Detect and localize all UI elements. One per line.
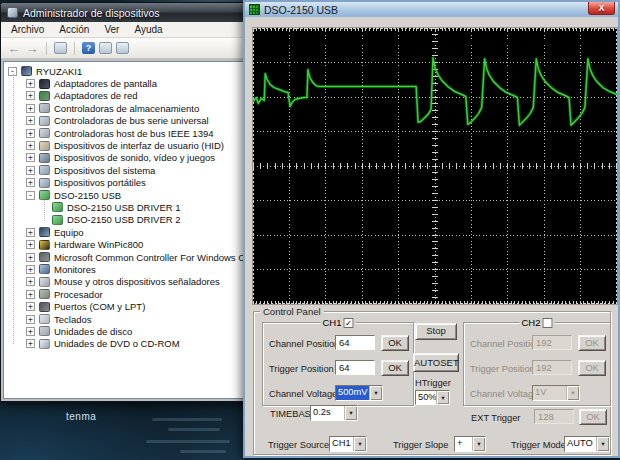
tree-item-label: Teclados: [54, 314, 92, 325]
tree-item[interactable]: +Puertos (COM y LPT): [4, 300, 250, 312]
dropdown-arrow-icon[interactable]: ▼: [472, 437, 485, 451]
tree-item[interactable]: +Controladoras de bus serie universal: [4, 115, 250, 127]
tree-item[interactable]: -DSO-2150 USB: [4, 189, 250, 201]
collapse-icon[interactable]: -: [26, 191, 35, 200]
expand-icon[interactable]: +: [26, 228, 35, 237]
menu-item-accin[interactable]: Acción: [59, 24, 89, 35]
tree-item[interactable]: +Dispositivos de interfaz de usuario (HI…: [4, 139, 250, 151]
trigger-source-select[interactable]: CH1 ▼: [329, 436, 367, 452]
tree-item[interactable]: +Unidades de DVD o CD-ROM: [4, 338, 250, 350]
ch1-trigger-position-input[interactable]: 64: [335, 360, 375, 375]
tree-item[interactable]: +Adaptadores de pantalla: [4, 77, 250, 89]
tree-item[interactable]: +Teclados: [4, 313, 250, 325]
htrigger-select[interactable]: 50% ▼: [415, 390, 450, 405]
dropdown-arrow-icon[interactable]: ▼: [596, 437, 609, 451]
device-icon: [39, 240, 50, 250]
expand-icon[interactable]: +: [26, 166, 35, 175]
device-icon: [39, 289, 50, 299]
forward-arrow-icon[interactable]: →: [25, 42, 39, 55]
tree-item-label: DSO-2150 USB DRIVER 1: [67, 202, 181, 213]
ch1-checkbox[interactable]: ✓: [344, 318, 354, 328]
tree-item[interactable]: +Mouse y otros dispositivos señaladores: [4, 276, 250, 288]
tree-item-label: Microsoft Common Controller For Windows …: [54, 252, 251, 263]
help-icon[interactable]: ?: [82, 42, 95, 54]
console-window-icon[interactable]: [54, 42, 67, 54]
tree-connector: [44, 200, 45, 221]
trigger-slope-select[interactable]: + ▼: [454, 436, 486, 452]
ch2-trigger-position-label: Trigger Position: [470, 364, 535, 374]
tree-item-label: Controladoras de almacenamiento: [54, 103, 199, 114]
expand-icon[interactable]: +: [26, 339, 35, 348]
dso-titlebar[interactable]: DSO-2150 USB: [245, 2, 618, 17]
properties-icon[interactable]: [99, 42, 112, 54]
expand-icon[interactable]: +: [26, 79, 35, 88]
tree-item[interactable]: +Dispositivos portátiles: [4, 177, 250, 189]
ch1-trigger-position-label: Trigger Position: [269, 364, 334, 374]
tree-item[interactable]: +Microsoft Common Controller For Windows…: [4, 251, 250, 263]
expand-icon[interactable]: +: [26, 141, 35, 150]
timebase-select[interactable]: 0.2s ▼: [310, 405, 358, 421]
scan-hardware-icon[interactable]: [116, 42, 129, 54]
expand-icon[interactable]: +: [26, 116, 35, 125]
tree-item[interactable]: +Dispositivos del sistema: [4, 164, 250, 176]
window-title: Administrador de dispositivos: [23, 7, 160, 19]
ch1-channel-position-input[interactable]: 64: [335, 335, 375, 350]
tree-item[interactable]: +Monitores: [4, 263, 250, 275]
tree-item[interactable]: DSO-2150 USB DRIVER 1: [4, 201, 250, 213]
trigger-mode-label: Trigger Mode: [511, 440, 566, 450]
expand-icon[interactable]: +: [26, 178, 35, 187]
expand-icon[interactable]: +: [26, 327, 35, 336]
tree-item[interactable]: +Controladoras host de bus IEEE 1394: [4, 127, 250, 139]
menu-item-ayuda[interactable]: Ayuda: [134, 24, 162, 35]
tree-item[interactable]: +Dispositivos de sonido, vídeo y juegos: [4, 152, 250, 164]
stop-button[interactable]: Stop: [415, 323, 457, 340]
control-panel: Control Panel CH1 ✓ Channel Position 64 …: [253, 311, 611, 455]
tree-item[interactable]: +Adaptadores de red: [4, 90, 250, 102]
trigger-slope-label: Trigger Slope: [393, 440, 448, 450]
expand-icon[interactable]: +: [26, 302, 35, 311]
tree-item-label: Unidades de DVD o CD-ROM: [54, 338, 180, 349]
device-icon: [39, 314, 50, 324]
expand-icon[interactable]: +: [26, 240, 35, 249]
toolbar: ←→?: [1, 38, 253, 59]
device-icon: [39, 227, 50, 237]
menu-item-archivo[interactable]: Archivo: [11, 24, 44, 35]
dropdown-arrow-icon[interactable]: ▼: [369, 386, 382, 400]
expand-icon[interactable]: +: [26, 315, 35, 324]
tree-item[interactable]: +Equipo: [4, 226, 250, 238]
close-button[interactable]: X: [588, 2, 615, 15]
ch1-trigger-position-ok-button[interactable]: OK: [381, 360, 409, 376]
autoset-button[interactable]: AUTOSET: [413, 353, 459, 372]
device-icon: [39, 178, 50, 188]
device-manager-titlebar[interactable]: Administrador de dispositivos: [1, 3, 253, 22]
expand-icon[interactable]: +: [26, 253, 35, 262]
ch2-checkbox[interactable]: [543, 318, 553, 328]
tree-item[interactable]: -RYUZAKI1: [4, 65, 250, 77]
ch1-channel-voltage-select[interactable]: 500mV ▼: [335, 385, 383, 401]
tree-item[interactable]: +Controladoras de almacenamiento: [4, 102, 250, 114]
dropdown-arrow-icon[interactable]: ▼: [344, 406, 357, 420]
trigger-mode-select[interactable]: AUTO ▼: [564, 436, 610, 452]
tree-item[interactable]: +Unidades de disco: [4, 325, 250, 337]
menu-item-ver[interactable]: Ver: [104, 24, 119, 35]
dropdown-arrow-icon[interactable]: ▼: [436, 391, 449, 404]
expand-icon[interactable]: +: [26, 265, 35, 274]
ch2-channel-position-label: Channel Position: [470, 339, 540, 349]
expand-icon[interactable]: +: [26, 129, 35, 138]
expand-icon[interactable]: +: [26, 153, 35, 162]
control-panel-title: Control Panel: [260, 306, 324, 317]
expand-icon[interactable]: +: [26, 91, 35, 100]
expand-icon[interactable]: +: [26, 290, 35, 299]
device-icon: [39, 302, 50, 312]
back-arrow-icon[interactable]: ←: [7, 42, 21, 55]
dropdown-arrow-icon[interactable]: ▼: [353, 437, 366, 451]
ch2-channel-position-ok-button: OK: [578, 335, 606, 351]
expand-icon[interactable]: +: [26, 277, 35, 286]
expand-icon[interactable]: +: [26, 104, 35, 113]
tree-item[interactable]: DSO-2150 USB DRIVER 2: [4, 214, 250, 226]
tree-item[interactable]: +Procesador: [4, 288, 250, 300]
tree-item-label: Controladoras de bus serie universal: [54, 115, 209, 126]
ch1-group: CH1 ✓ Channel Position 64 OK Trigger Pos…: [262, 322, 414, 406]
ch1-channel-position-ok-button[interactable]: OK: [381, 335, 409, 351]
tree-item[interactable]: +Hardware WinPic800: [4, 238, 250, 250]
